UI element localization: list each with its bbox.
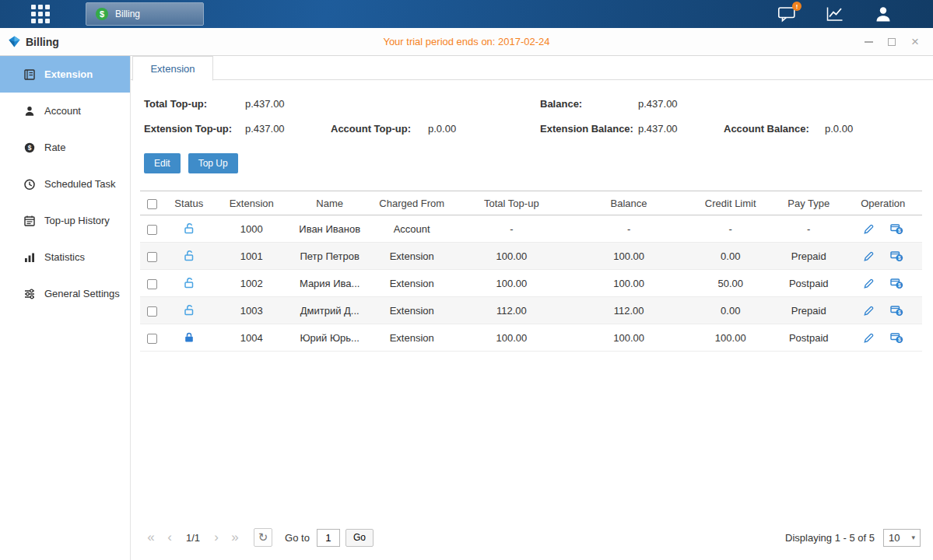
goto-page-input[interactable] — [317, 529, 340, 547]
col-operation: Operation — [844, 191, 922, 215]
balance-summary: Total Top-up: p.437.00 Balance: p.437.00… — [144, 91, 933, 141]
topup-row-icon[interactable] — [890, 222, 903, 235]
cell-balance: 100.00 — [570, 243, 688, 270]
dollar-icon: $ — [96, 8, 108, 20]
sliders-icon — [23, 288, 36, 300]
billing-logo-icon — [8, 35, 21, 48]
tab-extension[interactable]: Extension — [132, 56, 213, 81]
row-checkbox[interactable] — [147, 252, 157, 262]
table-row[interactable]: 1003 Дмитрий Д... Extension 112.00 112.0… — [140, 297, 922, 324]
statistics-shortcut-button[interactable] — [826, 5, 844, 23]
edit-row-icon[interactable] — [863, 332, 875, 344]
table-row[interactable]: 1001 Петр Петров Extension 100.00 100.00… — [140, 243, 922, 270]
sidebar-item-scheduled-task[interactable]: Scheduled Task — [0, 166, 130, 202]
sidebar-item-account[interactable]: Account — [0, 93, 130, 129]
sidebar-item-label: Account — [44, 105, 81, 117]
user-account-button[interactable] — [874, 5, 893, 23]
edit-row-icon[interactable] — [863, 250, 875, 262]
extension-table: Status Extension Name Charged From Total… — [140, 191, 922, 352]
page-title: Billing — [26, 36, 59, 48]
cell-total-topup: - — [453, 215, 570, 243]
cell-credit-limit: 0.00 — [687, 243, 773, 270]
table-header-row: Status Extension Name Charged From Total… — [140, 191, 922, 215]
sidebar-item-label: Scheduled Task — [44, 178, 116, 190]
sidebar-item-label: Top-up History — [44, 215, 110, 226]
topbar-tab-label: Billing — [115, 9, 140, 19]
prev-page-button[interactable]: ‹ — [160, 530, 179, 545]
account-icon — [23, 105, 36, 117]
topbar-tab-billing[interactable]: $ Billing — [86, 2, 204, 26]
edit-row-icon[interactable] — [863, 278, 875, 289]
sidebar-item-topup-history[interactable]: Top-up History — [0, 202, 130, 239]
cell-charged-from: Extension — [370, 270, 453, 297]
cell-pay-type: Postpaid — [773, 324, 844, 352]
refresh-button[interactable]: ↻ — [254, 528, 272, 547]
cell-total-topup: 112.00 — [453, 297, 570, 324]
topbar-right-icons: ! — [777, 5, 893, 23]
topup-row-icon[interactable] — [890, 250, 903, 262]
row-checkbox[interactable] — [147, 225, 157, 235]
close-button[interactable]: × — [910, 37, 921, 47]
rate-icon: $ — [23, 142, 36, 154]
edit-row-icon[interactable] — [863, 305, 875, 317]
table-row[interactable]: 1004 Юрий Юрь... Extension 100.00 100.00… — [140, 324, 922, 352]
cell-extension: 1003 — [214, 297, 288, 324]
sidebar-item-general-settings[interactable]: General Settings — [0, 275, 130, 312]
app-title: Billing — [8, 35, 59, 48]
app-launcher-grid-icon[interactable] — [31, 5, 50, 23]
go-button[interactable]: Go — [345, 529, 374, 547]
first-page-button[interactable]: « — [142, 530, 160, 545]
table-row[interactable]: 1002 Мария Ива... Extension 100.00 100.0… — [140, 270, 922, 297]
notifications-button[interactable]: ! — [777, 5, 796, 23]
row-checkbox[interactable] — [147, 334, 157, 344]
topup-row-icon[interactable] — [890, 277, 903, 289]
status-unlocked-icon — [183, 304, 195, 317]
topup-row-icon[interactable] — [890, 331, 903, 344]
edit-button[interactable]: Edit — [144, 153, 181, 173]
chevron-down-icon: ▾ — [911, 534, 915, 541]
row-checkbox[interactable] — [147, 306, 157, 317]
maximize-button[interactable] — [886, 37, 897, 47]
extension-topup-label: Extension Top-up: — [144, 123, 245, 135]
sidebar-item-rate[interactable]: $ Rate — [0, 129, 130, 166]
select-all-checkbox[interactable] — [147, 199, 157, 209]
table-row[interactable]: 1000 Иван Иванов Account - - - - — [140, 215, 922, 243]
cell-credit-limit: - — [687, 215, 773, 243]
line-chart-icon — [826, 5, 844, 23]
page-size-select[interactable]: 10 ▾ — [883, 529, 921, 547]
notification-badge: ! — [792, 2, 801, 11]
next-page-button[interactable]: › — [207, 530, 226, 545]
account-topup-value: p.0.00 — [428, 123, 540, 135]
last-page-button[interactable]: » — [226, 530, 244, 545]
displaying-text: Displaying 1 - 5 of 5 — [785, 532, 875, 544]
action-buttons: Edit Top Up — [144, 153, 933, 173]
cell-name: Юрий Юрь... — [289, 324, 371, 352]
cell-charged-from: Account — [370, 215, 453, 243]
topbar: $ Billing ! — [0, 0, 933, 28]
user-icon — [874, 5, 893, 23]
page-size-value: 10 — [889, 532, 900, 544]
sidebar-item-statistics[interactable]: Statistics — [0, 239, 130, 275]
topup-row-icon[interactable] — [890, 304, 903, 317]
status-unlocked-icon — [183, 222, 195, 235]
account-balance-value: p.0.00 — [825, 123, 910, 135]
cell-extension: 1001 — [214, 243, 288, 270]
cell-extension: 1002 — [214, 270, 288, 297]
cell-charged-from: Extension — [370, 324, 453, 352]
col-credit-limit: Credit Limit — [687, 191, 773, 215]
top-up-button[interactable]: Top Up — [188, 153, 238, 173]
edit-row-icon[interactable] — [863, 223, 875, 235]
cell-extension: 1004 — [214, 324, 288, 352]
row-checkbox[interactable] — [147, 279, 157, 289]
col-name: Name — [289, 191, 371, 215]
tab-bar: Extension — [131, 56, 933, 80]
account-balance-label: Account Balance: — [724, 123, 825, 135]
cell-pay-type: Prepaid — [773, 297, 844, 324]
cell-name: Мария Ива... — [289, 270, 371, 297]
sidebar-item-extension[interactable]: Extension — [0, 56, 130, 93]
cell-balance: 100.00 — [570, 270, 688, 297]
col-extension: Extension — [214, 191, 288, 215]
cell-total-topup: 100.00 — [453, 270, 570, 297]
minimize-button[interactable] — [863, 37, 874, 47]
cell-charged-from: Extension — [370, 297, 453, 324]
